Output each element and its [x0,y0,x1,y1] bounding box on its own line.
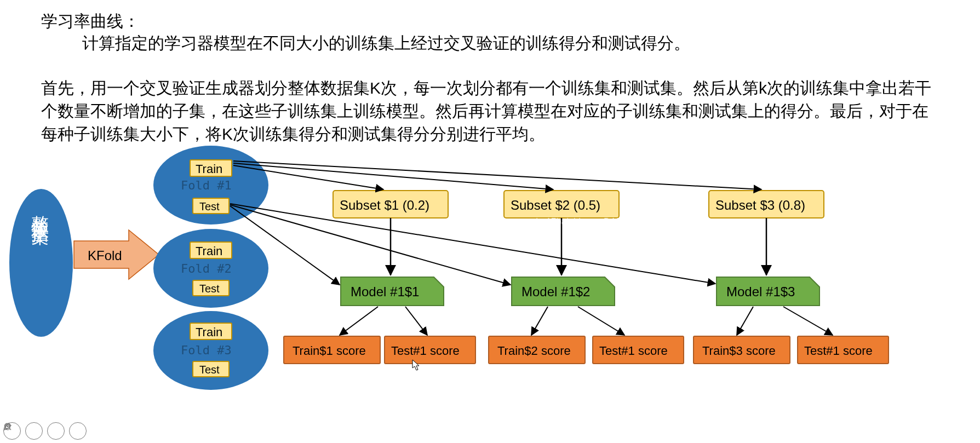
watermark-text: vip.17baishi.com DAN11 [531,217,633,227]
fold1-train-label: Train [196,161,222,178]
fold3-name: Fold #3 [181,342,232,359]
model-3-label: Model #1$3 [726,283,795,301]
arrow-m3-test [783,307,833,335]
score-test-3-label: Test#1 score [804,343,873,360]
arrow-m1-test [405,307,427,335]
diagram-svg [0,0,980,443]
arrow-m2-train [531,307,548,335]
arrow-m2-test [578,307,624,335]
fold2-name: Fold #2 [181,261,232,278]
fold1-name: Fold #1 [181,177,232,194]
dataset-label: 整体数据集 [30,202,52,218]
arrow-m1-train [340,307,378,335]
score-train-3-label: Train$3 score [702,343,776,360]
svg-point-2 [5,426,7,428]
score-test-1-label: Test#1 score [391,343,460,360]
score-train-1-label: Train$1 score [293,343,366,360]
arrow-test-model3 [230,204,715,284]
zoom-icon[interactable] [47,422,65,440]
subset-3-label: Subset $3 (0.8) [715,196,805,215]
kfold-label: KFold [88,246,122,265]
fold3-train-label: Train [196,324,222,341]
bottom-toolbar [3,422,87,440]
fold1-test-label: Test [199,199,220,214]
hand-icon[interactable] [25,422,43,440]
fold2-train-label: Train [196,243,222,260]
score-test-2-label: Test#1 score [599,343,668,360]
subset-2-label: Subset $2 (0.5) [511,196,600,215]
mouse-cursor-icon [412,359,421,371]
arrow-m3-train [737,307,753,335]
svg-point-4 [9,426,11,428]
slide: 学习率曲线： 计算指定的学习器模型在不同大小的训练集上经过交叉验证的训练得分和测… [0,0,980,443]
fold3-test-label: Test [199,362,220,377]
more-icon[interactable] [69,422,87,440]
subset-1-label: Subset $1 (0.2) [340,196,429,215]
arrow-train-sub2 [233,163,553,189]
score-train-2-label: Train$2 score [497,343,571,360]
fold2-test-label: Test [199,281,220,296]
svg-point-3 [7,426,9,428]
model-2-label: Model #1$2 [521,283,590,301]
model-1-label: Model #1$1 [351,283,419,301]
